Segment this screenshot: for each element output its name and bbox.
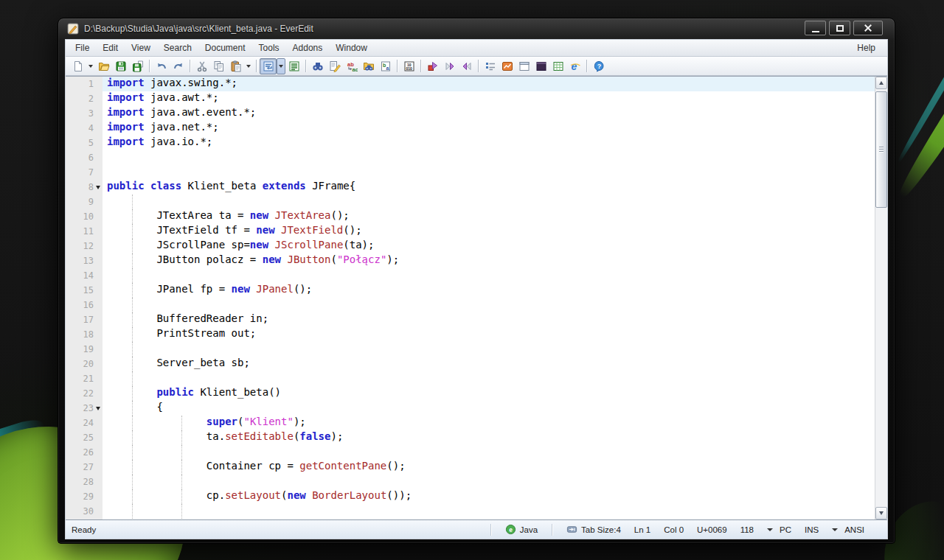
line-body[interactable]: super("Klient");	[103, 416, 875, 430]
code-line[interactable]: 11JTextField tf = new JTextField();	[66, 224, 875, 239]
menu-document[interactable]: Document	[198, 40, 252, 56]
line-body[interactable]	[103, 342, 875, 357]
code-line[interactable]: 6	[66, 150, 875, 165]
open-file-button[interactable]	[95, 58, 112, 74]
status-language[interactable]: e Java	[505, 524, 538, 535]
line-body[interactable]	[103, 371, 875, 386]
line-body[interactable]: import java.awt.*;	[103, 91, 875, 106]
editor[interactable]: 1import javax.swing.*;2import java.awt.*…	[66, 76, 887, 519]
file-explorer-button[interactable]	[499, 58, 516, 74]
code-line[interactable]: 20Server_beta sb;	[66, 357, 875, 371]
save-all-button[interactable]	[129, 58, 146, 74]
outline-button[interactable]	[482, 58, 499, 74]
code-line[interactable]: 18PrintStream out;	[66, 327, 875, 342]
code-line[interactable]: 21	[66, 371, 875, 386]
code-line[interactable]: 8public class Klient_beta extends JFrame…	[66, 180, 875, 195]
close-button[interactable]	[853, 21, 883, 35]
code-line[interactable]: 28	[66, 475, 875, 489]
code-line[interactable]: 7	[66, 165, 875, 180]
find-button[interactable]	[309, 58, 326, 74]
line-body[interactable]: public Klient_beta()	[103, 386, 875, 401]
line-body[interactable]: JButton polacz = new JButton("Połącz");	[103, 253, 875, 268]
toggle-bookmark-button[interactable]	[424, 58, 441, 74]
fold-marker[interactable]	[94, 180, 103, 195]
code-line[interactable]: 23{	[66, 401, 875, 416]
line-body[interactable]: JPanel fp = new JPanel();	[103, 283, 875, 298]
new-view-button[interactable]	[516, 58, 532, 74]
line-body[interactable]: BufferedReader in;	[103, 312, 875, 327]
line-body[interactable]	[103, 268, 875, 283]
scroll-up-button[interactable]	[875, 77, 887, 89]
scroll-down-button[interactable]	[875, 507, 887, 519]
code-line[interactable]: 25ta.setEditable(false);	[66, 430, 875, 445]
hex-view-button[interactable]: 10010	[400, 58, 417, 74]
scrollbar-thumb[interactable]	[875, 91, 887, 208]
new-file-button[interactable]	[69, 58, 86, 74]
code-area[interactable]: 1import javax.swing.*;2import java.awt.*…	[66, 77, 875, 519]
line-body[interactable]: PrintStream out;	[103, 327, 875, 342]
line-body[interactable]	[103, 475, 875, 489]
code-line[interactable]: 2import java.awt.*;	[66, 91, 875, 106]
line-body[interactable]: public class Klient_beta extends JFrame{	[103, 180, 875, 195]
code-line[interactable]: 12JScrollPane sp=new JScrollPane(ta);	[66, 239, 875, 253]
paste-dropdown[interactable]	[244, 58, 253, 74]
title-bar[interactable]: D:\Backup\Studia\Java\java\src\Klient_be…	[58, 18, 895, 39]
minimize-button[interactable]	[805, 21, 826, 35]
line-body[interactable]: Server_beta sb;	[103, 357, 875, 371]
code-line[interactable]: 19	[66, 342, 875, 357]
help-button[interactable]: ?	[590, 58, 607, 74]
word-wrap-button[interactable]	[260, 58, 277, 74]
replace-button[interactable]: abac	[343, 58, 360, 74]
new-file-dropdown[interactable]	[86, 58, 95, 74]
menu-help[interactable]: Help	[848, 40, 884, 56]
code-line[interactable]: 1import javax.swing.*;	[66, 77, 875, 91]
line-body[interactable]	[103, 150, 875, 165]
code-line[interactable]: 14	[66, 268, 875, 283]
menu-tools[interactable]: Tools	[252, 40, 286, 56]
status-line-ending[interactable]: PC	[767, 525, 791, 534]
line-body[interactable]: {	[103, 401, 875, 416]
line-body[interactable]: import java.net.*;	[103, 121, 875, 136]
cut-button[interactable]	[193, 58, 210, 74]
find-replace-button[interactable]	[326, 58, 343, 74]
status-insert-mode[interactable]: INS	[805, 525, 819, 534]
code-line[interactable]: 29cp.setLayout(new BorderLayout());	[66, 489, 875, 504]
line-body[interactable]: ta.setEditable(false);	[103, 430, 875, 445]
code-line[interactable]: 27Container cp = getContentPane();	[66, 460, 875, 475]
code-line[interactable]: 26	[66, 445, 875, 460]
copy-button[interactable]	[210, 58, 227, 74]
code-line[interactable]: 16	[66, 298, 875, 312]
current-line[interactable]: import javax.swing.*;	[103, 77, 875, 91]
code-line[interactable]: 17BufferedReader in;	[66, 312, 875, 327]
word-wrap-dropdown[interactable]	[277, 58, 285, 74]
status-tab-size[interactable]: Tab Size:4	[566, 524, 621, 535]
code-line[interactable]: 3import java.awt.event.*;	[66, 106, 875, 121]
code-line[interactable]: 22public Klient_beta()	[66, 386, 875, 401]
menu-view[interactable]: View	[125, 40, 157, 56]
line-body[interactable]: import java.io.*;	[103, 136, 875, 150]
code-line[interactable]: 30	[66, 504, 875, 519]
menu-addons[interactable]: Addons	[286, 40, 330, 56]
line-body[interactable]: Container cp = getContentPane();	[103, 460, 875, 475]
line-body[interactable]: JScrollPane sp=new JScrollPane(ta);	[103, 239, 875, 253]
prev-bookmark-button[interactable]	[458, 58, 475, 74]
undo-button[interactable]	[153, 58, 170, 74]
menu-file[interactable]: File	[69, 40, 96, 56]
menu-edit[interactable]: Edit	[96, 40, 125, 56]
code-line[interactable]: 9	[66, 195, 875, 209]
code-line[interactable]: 15JPanel fp = new JPanel();	[66, 283, 875, 298]
code-line[interactable]: 24super("Klient");	[66, 416, 875, 430]
menu-search[interactable]: Search	[157, 40, 198, 56]
redo-button[interactable]	[170, 58, 187, 74]
line-body[interactable]: cp.setLayout(new BorderLayout());	[103, 489, 875, 504]
code-line[interactable]: 13JButton polacz = new JButton("Połącz")…	[66, 253, 875, 268]
show-symbols-button[interactable]	[285, 58, 302, 74]
table-edit-button[interactable]	[549, 58, 566, 74]
replace-in-files-button[interactable]: ba	[377, 58, 394, 74]
save-button[interactable]	[112, 58, 129, 74]
vertical-scrollbar[interactable]	[875, 77, 887, 519]
code-line[interactable]: 5import java.io.*;	[66, 136, 875, 150]
line-body[interactable]	[103, 298, 875, 312]
next-bookmark-button[interactable]	[441, 58, 458, 74]
line-body[interactable]: JTextField tf = new JTextField();	[103, 224, 875, 239]
